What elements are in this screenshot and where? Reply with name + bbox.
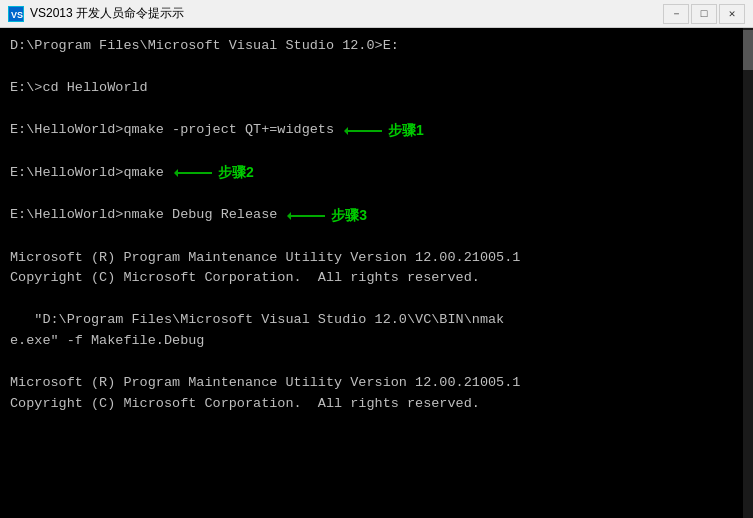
- command-step1: E:\HelloWorld>qmake -project QT+=widgets: [10, 120, 334, 141]
- terminal-line-blank-3: [10, 141, 743, 162]
- terminal-line-copyright1: Copyright (C) Microsoft Corporation. All…: [10, 268, 743, 289]
- arrow-step1-icon: [344, 122, 384, 140]
- scrollbar[interactable]: [743, 28, 753, 518]
- terminal-line-1: D:\Program Files\Microsoft Visual Studio…: [10, 36, 743, 57]
- app-icon: VS: [8, 6, 24, 22]
- terminal-line-path2: e.exe" -f Makefile.Debug: [10, 331, 743, 352]
- terminal-line-step1: E:\HelloWorld>qmake -project QT+=widgets…: [10, 120, 743, 142]
- terminal-line-blank-5: [10, 227, 743, 248]
- command-step2: E:\HelloWorld>qmake: [10, 163, 164, 184]
- terminal-line-blank-7: [10, 352, 743, 373]
- arrow-step3-icon: [287, 207, 327, 225]
- svg-marker-5: [174, 169, 178, 177]
- close-button[interactable]: ✕: [719, 4, 745, 24]
- annotation-step1: 步骤1: [344, 120, 424, 142]
- arrow-step2-icon: [174, 164, 214, 182]
- terminal-line-blank-2: [10, 99, 743, 120]
- scrollbar-thumb[interactable]: [743, 30, 753, 70]
- terminal-line-path1: "D:\Program Files\Microsoft Visual Studi…: [10, 310, 743, 331]
- maximize-button[interactable]: □: [691, 4, 717, 24]
- terminal-line-step2: E:\HelloWorld>qmake 步骤2: [10, 162, 743, 184]
- terminal-window: D:\Program Files\Microsoft Visual Studio…: [0, 28, 753, 518]
- annotation-step3: 步骤3: [287, 205, 367, 227]
- terminal-line-blank-1: [10, 57, 743, 78]
- terminal-line-msutil2: Microsoft (R) Program Maintenance Utilit…: [10, 373, 743, 394]
- terminal-line-2: E:\>cd HelloWorld: [10, 78, 743, 99]
- terminal-line-step3: E:\HelloWorld>nmake Debug Release 步骤3: [10, 205, 743, 227]
- command-step3: E:\HelloWorld>nmake Debug Release: [10, 205, 277, 226]
- terminal-line-blank-4: [10, 184, 743, 205]
- svg-marker-3: [344, 127, 348, 135]
- title-bar: VS VS2013 开发人员命令提示示 － □ ✕: [0, 0, 753, 28]
- svg-marker-7: [287, 212, 291, 220]
- terminal-line-msutil1: Microsoft (R) Program Maintenance Utilit…: [10, 248, 743, 269]
- svg-text:VS: VS: [11, 10, 23, 20]
- annotation-step2: 步骤2: [174, 162, 254, 184]
- window-controls[interactable]: － □ ✕: [663, 4, 745, 24]
- minimize-button[interactable]: －: [663, 4, 689, 24]
- terminal-line-blank-6: [10, 289, 743, 310]
- terminal-line-copyright2: Copyright (C) Microsoft Corporation. All…: [10, 394, 743, 415]
- window-title: VS2013 开发人员命令提示示: [30, 5, 663, 22]
